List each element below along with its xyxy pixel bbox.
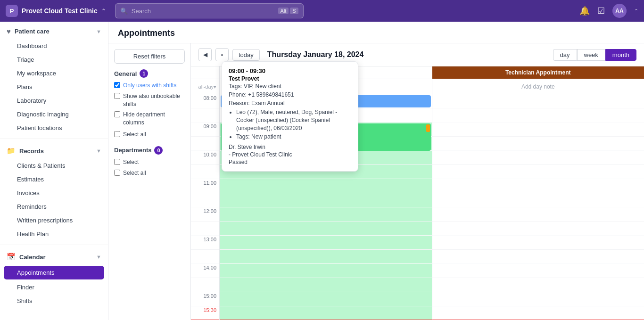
filter-select-all-general[interactable]: Select all xyxy=(114,131,185,139)
cal-col-tech[interactable] xyxy=(432,94,644,320)
filter-section-general: General 1 Only users with shifts Show al… xyxy=(114,69,185,139)
tech-row-1500 xyxy=(432,292,644,306)
cal-view-day[interactable]: day xyxy=(553,49,577,61)
search-kbd-hint: Alt S xyxy=(278,8,298,14)
cal-view-week[interactable]: week xyxy=(577,49,605,61)
cal-col-header-tech: Technician Appointment xyxy=(432,66,644,79)
popup-list-item-1: Tags: New patient xyxy=(236,133,351,141)
time-1400: 14:00 xyxy=(191,264,219,278)
sidebar-item-estimates[interactable]: Estimates xyxy=(0,172,108,186)
cal-row-1300 xyxy=(220,236,432,250)
avatar[interactable]: AA xyxy=(612,4,627,18)
select-all-general-checkbox[interactable] xyxy=(114,131,120,137)
all-day-label: all-day ▾ xyxy=(191,79,219,94)
sidebar-section-label-calendar: Calendar xyxy=(19,254,46,261)
popup-status: Passed xyxy=(229,159,351,165)
sidebar-item-appointments[interactable]: Appointments xyxy=(4,266,104,279)
tech-row-1000 xyxy=(432,151,644,165)
content-area: Reset filters General 1 Only users with … xyxy=(108,43,644,320)
tech-row-0930 xyxy=(432,137,644,151)
all-day-cell-tech: Add day note xyxy=(432,79,644,94)
sidebar-item-reminders[interactable]: Reminders xyxy=(0,200,108,213)
cal-view-btns: day week month xyxy=(553,49,636,61)
filter-select-all-dept[interactable]: Select all xyxy=(114,169,185,177)
sidebar-section-header-patient-care[interactable]: ♥ Patient care ▼ xyxy=(0,24,108,39)
search-box[interactable]: 🔍 Alt S xyxy=(115,3,304,18)
day-note-area[interactable]: Add day note xyxy=(432,79,644,94)
time-1530: 15:30 xyxy=(191,306,219,320)
cal-today-btn[interactable]: today xyxy=(232,49,260,61)
sidebar-item-finder[interactable]: Finder xyxy=(0,280,108,294)
sidebar-item-written-prescriptions[interactable]: Written prescriptions xyxy=(0,213,108,227)
sidebar-item-diagnostic-imaging[interactable]: Diagnostic imaging xyxy=(0,107,108,121)
clinic-name: Provet Cloud Test Clinic xyxy=(22,7,98,15)
time-1300: 13:00 xyxy=(191,236,219,250)
avatar-dropdown-icon[interactable]: ⌃ xyxy=(634,8,638,14)
time-0800: 08:00 xyxy=(191,94,219,108)
hide-dept-label: Hide department columns xyxy=(123,111,185,127)
kbd-s: S xyxy=(290,8,298,14)
main-content: Appointments Reset filters General 1 xyxy=(108,22,644,320)
time-0830: 08:30 xyxy=(191,108,219,123)
tech-row-1430 xyxy=(432,278,644,292)
filter-section-departments: Departments 0 Select Select all xyxy=(114,146,185,177)
search-icon: 🔍 xyxy=(120,8,128,15)
sidebar-section-label-records: Records xyxy=(19,148,44,155)
sidebar-section-calendar: 📅 Calendar ▼ Appointments Finder Shifts xyxy=(0,247,108,310)
show-unbookable-checkbox[interactable] xyxy=(114,93,120,99)
sidebar-item-triage[interactable]: Triage xyxy=(0,53,108,66)
sidebar: ♥ Patient care ▼ Dashboard Triage My wor… xyxy=(0,22,108,320)
popup-doctor-line1: Dr. Steve Irwin xyxy=(229,144,351,150)
calendar-area: ◀ ● today Thursday January 18, 2024 day … xyxy=(191,43,644,320)
time-1030: 10:30 xyxy=(191,165,219,179)
select-dept-checkbox[interactable] xyxy=(114,159,120,165)
filter-panel: Reset filters General 1 Only users with … xyxy=(108,43,191,320)
tech-appointment-header: Technician Appointment xyxy=(432,66,644,79)
time-1330: 13:30 xyxy=(191,250,219,264)
sidebar-section-header-records[interactable]: 📁 Records ▼ xyxy=(0,143,108,159)
tech-row-1400 xyxy=(432,264,644,278)
cal-row-1130 xyxy=(220,193,432,207)
filter-hide-dept-cols[interactable]: Hide department columns xyxy=(114,111,185,127)
sidebar-item-patient-locations[interactable]: Patient locations xyxy=(0,121,108,135)
tech-row-0900 xyxy=(432,123,644,137)
popup-list-item-0: Leo (72), Male, neutered, Dog, Spaniel -… xyxy=(236,108,351,132)
filter-only-users-shifts[interactable]: Only users with shifts xyxy=(114,82,185,90)
cal-circle-btn[interactable]: ● xyxy=(215,48,229,61)
sidebar-item-plans[interactable]: Plans xyxy=(0,80,108,94)
cal-row-1100 xyxy=(220,179,432,193)
departments-filter-badge: 0 xyxy=(154,146,163,155)
sidebar-section-patient-care: ♥ Patient care ▼ Dashboard Triage My wor… xyxy=(0,22,108,137)
tech-row-1530 xyxy=(432,306,644,320)
tech-row-1230 xyxy=(432,222,644,236)
clinic-dropdown-icon[interactable]: ⌃ xyxy=(101,8,106,14)
select-dept-label: Select xyxy=(123,158,139,166)
sidebar-section-header-calendar[interactable]: 📅 Calendar ▼ xyxy=(0,249,108,265)
sidebar-item-shifts[interactable]: Shifts xyxy=(0,294,108,308)
sidebar-item-clients-patients[interactable]: Clients & Patients xyxy=(0,159,108,172)
sidebar-item-invoices[interactable]: Invoices xyxy=(0,186,108,200)
time-1100: 11:00 xyxy=(191,179,219,193)
time-0900: 09:00 xyxy=(191,123,219,137)
show-unbookable-label: Show also unbookable shifts xyxy=(123,92,185,108)
only-shifts-checkbox[interactable] xyxy=(114,82,120,88)
tasks-icon[interactable]: ☑ xyxy=(597,6,605,16)
sidebar-item-laboratory[interactable]: Laboratory xyxy=(0,94,108,107)
sidebar-item-health-plan[interactable]: Health Plan xyxy=(0,227,108,241)
chevron-patient-care: ▼ xyxy=(96,29,101,34)
hide-dept-checkbox[interactable] xyxy=(114,111,120,117)
sidebar-item-dashboard[interactable]: Dashboard xyxy=(0,39,108,53)
general-filter-badge: 1 xyxy=(140,69,148,78)
time-1200: 12:00 xyxy=(191,207,219,222)
popup-list: Leo (72), Male, neutered, Dog, Spaniel -… xyxy=(236,108,351,141)
sidebar-item-my-workspace[interactable]: My workspace xyxy=(0,66,108,80)
brand[interactable]: P Provet Cloud Test Clinic ⌃ xyxy=(6,5,106,17)
notifications-icon[interactable]: 🔔 xyxy=(579,6,590,16)
select-all-dept-checkbox[interactable] xyxy=(114,170,120,176)
search-input[interactable] xyxy=(132,8,274,15)
cal-prev-btn[interactable]: ◀ xyxy=(198,48,212,61)
cal-view-month[interactable]: month xyxy=(605,49,636,61)
reset-filters-button[interactable]: Reset filters xyxy=(114,49,185,64)
filter-show-unbookable[interactable]: Show also unbookable shifts xyxy=(114,92,185,108)
filter-select-dept[interactable]: Select xyxy=(114,158,185,166)
